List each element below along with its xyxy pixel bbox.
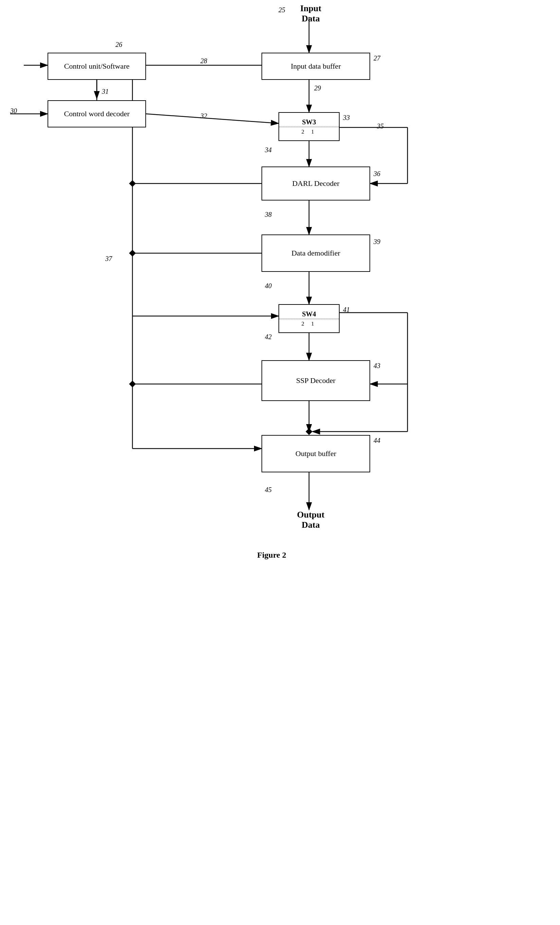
- data-demodifier-box: Data demodifier: [261, 235, 370, 272]
- output-buffer-label: Output buffer: [296, 449, 336, 458]
- svg-marker-41: [129, 180, 136, 187]
- output-buffer-box: Output buffer: [261, 435, 370, 472]
- ref-30: 30: [10, 107, 17, 115]
- darl-decoder-box: DARL Decoder: [261, 167, 370, 200]
- ref-44: 44: [374, 437, 380, 444]
- diagram-container: Input Data 25 Input data buffer 27 Contr…: [0, 0, 560, 925]
- ref-37: 37: [105, 255, 112, 263]
- ref-36: 36: [374, 170, 380, 178]
- input-data-buffer-label: Input data buffer: [291, 62, 341, 71]
- svg-marker-29: [129, 383, 132, 386]
- ref-28: 28: [200, 57, 207, 65]
- sw4-sublabel: 2 1: [279, 319, 339, 327]
- sw3-label: SW3: [302, 118, 316, 126]
- data-demodifier-label: Data demodifier: [291, 249, 340, 258]
- control-unit-box: Control unit/Software: [48, 53, 146, 80]
- svg-marker-34: [306, 428, 312, 435]
- control-unit-label: Control unit/Software: [64, 62, 129, 71]
- ref-25: 25: [278, 6, 285, 14]
- svg-marker-16: [129, 182, 132, 185]
- ref-39: 39: [374, 238, 380, 246]
- ref-29: 29: [314, 84, 321, 92]
- control-word-decoder-label: Control word decoder: [64, 109, 129, 118]
- input-data-buffer-box: Input data buffer: [261, 53, 370, 80]
- sw4-box: SW4 2 1: [278, 304, 339, 333]
- ref-33: 33: [343, 114, 350, 122]
- sw4-label: SW4: [302, 310, 316, 318]
- ssp-decoder-label: SSP Decoder: [296, 376, 336, 385]
- ref-45: 45: [265, 486, 272, 494]
- ref-43: 43: [374, 362, 380, 370]
- ref-41: 41: [343, 306, 350, 314]
- svg-marker-20: [129, 252, 132, 255]
- ssp-decoder-box: SSP Decoder: [261, 360, 370, 401]
- svg-marker-43: [129, 381, 136, 387]
- svg-line-9: [146, 114, 278, 124]
- control-word-decoder-box: Control word decoder: [48, 100, 146, 127]
- ref-31: 31: [102, 88, 109, 95]
- figure-caption: Figure 2: [204, 550, 339, 560]
- ref-35: 35: [377, 122, 384, 130]
- ref-38: 38: [265, 211, 272, 218]
- sw3-box: SW3 2 1: [278, 112, 339, 141]
- ref-32: 32: [200, 112, 207, 120]
- ref-26: 26: [116, 41, 122, 48]
- ref-40: 40: [265, 282, 272, 290]
- ref-27: 27: [374, 54, 380, 62]
- sw3-sublabel: 2 1: [279, 127, 339, 135]
- darl-decoder-label: DARL Decoder: [292, 179, 339, 188]
- ref-42: 42: [265, 333, 272, 341]
- output-data-label: Output Data: [289, 510, 333, 530]
- svg-marker-42: [129, 250, 136, 256]
- ref-34: 34: [265, 146, 272, 154]
- input-data-label: Input Data: [289, 3, 333, 24]
